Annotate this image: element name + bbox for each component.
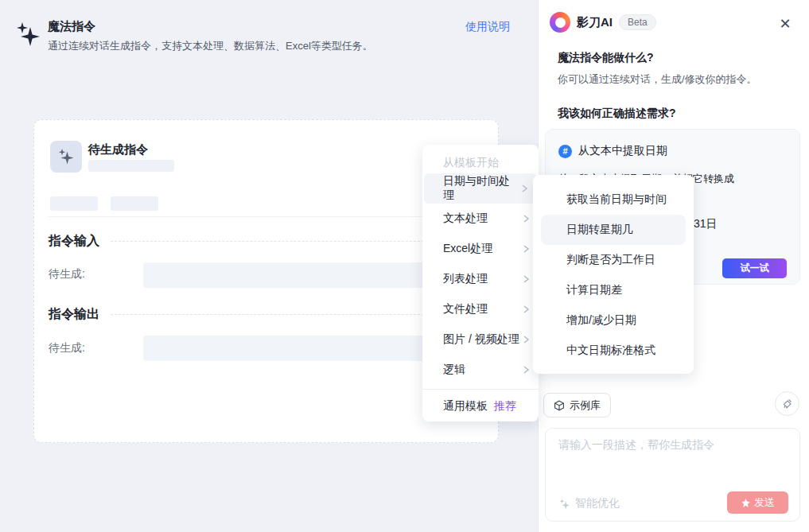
menu-item-label: Excel处理: [443, 242, 492, 256]
submenu-item-date-diff[interactable]: 计算日期差: [541, 275, 686, 305]
submenu-item-date-to-weekday[interactable]: 日期转星期几: [541, 215, 686, 245]
examples-library-label: 示例库: [570, 398, 601, 413]
send-label: 发送: [754, 495, 775, 510]
menu-item-date-time[interactable]: 日期与时间处理: [424, 173, 537, 204]
skeleton-bar: [111, 196, 158, 211]
description-input[interactable]: [552, 433, 791, 489]
chevron-right-icon: [519, 184, 529, 193]
try-it-button[interactable]: 试一试: [722, 258, 787, 278]
submenu-item-label: 日期转星期几: [566, 223, 633, 237]
input-section-header: 指令输入: [49, 233, 484, 250]
input-section-label: 指令输入: [49, 233, 99, 250]
menu-item-label: 日期与时间处理: [443, 174, 519, 203]
menu-item-label: 文件处理: [443, 302, 488, 316]
cube-icon: [554, 400, 565, 411]
output-section-label: 指令输出: [49, 306, 99, 323]
chevron-right-icon: [521, 244, 531, 254]
examples-library-button[interactable]: 示例库: [543, 393, 611, 417]
submenu-item-current-datetime[interactable]: 获取当前日期与时间: [541, 184, 686, 215]
chevron-right-icon: [521, 365, 531, 375]
sparkles-icon: [13, 19, 45, 51]
submenu-item-add-subtract-date[interactable]: 增加/减少日期: [541, 305, 686, 336]
smart-optimize-label: 智能优化: [575, 496, 620, 511]
divider: [49, 216, 484, 217]
brand-name: 影刀AI: [577, 15, 613, 30]
smart-optimize-button[interactable]: 智能优化: [558, 496, 620, 511]
page-description: 通过连续对话生成指令，支持文本处理、数据算法、Excel等类型任务。: [48, 39, 373, 53]
example-card-header: # 从文本中提取日期: [558, 144, 667, 158]
description-input-box: 智能优化 发送: [545, 428, 800, 522]
submenu-item-chinese-date-format[interactable]: 中文日期标准格式: [541, 336, 686, 366]
menu-item-label: 通用模板: [443, 399, 488, 414]
left-header: 魔法指令 通过连续对话生成指令，支持文本处理、数据算法、Excel等类型任务。 …: [0, 0, 538, 76]
clear-broom-icon[interactable]: [775, 391, 799, 416]
sparkle-icon: [558, 498, 570, 510]
menu-item-logic[interactable]: 逻辑: [422, 355, 539, 385]
skeleton-bar: [50, 196, 98, 211]
beta-badge: Beta: [619, 14, 656, 30]
brand-row: 影刀AI Beta: [550, 12, 656, 33]
submenu-item-label: 获取当前日期与时间: [566, 192, 667, 207]
menu-item-label: 逻辑: [443, 363, 465, 377]
date-time-submenu: 获取当前日期与时间 日期转星期几 判断是否为工作日 计算日期差 增加/减少日期 …: [533, 175, 694, 374]
submenu-item-is-workday[interactable]: 判断是否为工作日: [541, 245, 686, 275]
chevron-right-icon: [521, 274, 531, 284]
menu-item-list[interactable]: 列表处理: [422, 264, 539, 294]
magic-command-window: 魔法指令 通过连续对话生成指令，支持文本处理、数据算法、Excel等类型任务。 …: [0, 0, 809, 532]
menu-item-text[interactable]: 文本处理: [422, 204, 539, 234]
input-pending-label: 待生成:: [49, 267, 85, 282]
usage-help-link[interactable]: 使用说明: [465, 20, 510, 34]
menu-group-label: 从模板开始: [422, 151, 539, 173]
send-button[interactable]: 发送: [727, 491, 788, 514]
chevron-right-icon: [521, 305, 531, 314]
submenu-item-label: 计算日期差: [566, 283, 622, 297]
send-star-icon: [741, 498, 751, 508]
chevron-right-icon: [521, 335, 531, 344]
faq-question-1: 魔法指令能做什么?: [558, 51, 654, 65]
submenu-item-label: 判断是否为工作日: [566, 253, 655, 267]
menu-item-excel[interactable]: Excel处理: [422, 234, 539, 264]
menu-item-general-template[interactable]: 通用模板 推荐: [422, 390, 539, 423]
yingdao-logo-icon: [550, 12, 570, 33]
menu-item-label: 文本处理: [443, 212, 488, 226]
pending-command-title: 待生成指令: [88, 142, 148, 157]
page-title: 魔法指令: [48, 19, 95, 34]
submenu-item-label: 增加/减少日期: [566, 313, 636, 328]
output-section-header: 指令输出: [49, 306, 484, 323]
menu-item-label: 列表处理: [443, 272, 488, 286]
template-category-menu: 从模板开始 日期与时间处理 文本处理 Excel处理 列表处理 文件处理 图片 …: [422, 145, 539, 421]
output-pending-label: 待生成:: [49, 341, 85, 355]
hash-icon: #: [558, 145, 572, 158]
chevron-right-icon: [521, 214, 531, 223]
example-card-text-fragment: 31日: [694, 217, 718, 231]
example-card-title: 从文本中提取日期: [578, 144, 667, 158]
faq-answer-1: 你可以通过连续对话，生成/修改你的指令。: [558, 72, 757, 87]
skeleton-bar: [88, 160, 174, 172]
menu-item-file[interactable]: 文件处理: [422, 294, 539, 324]
close-icon[interactable]: ✕: [777, 16, 793, 32]
command-sparkle-icon: [50, 141, 82, 173]
faq-question-2: 我该如何正确描述需求?: [558, 107, 676, 121]
submenu-item-label: 中文日期标准格式: [566, 344, 655, 358]
menu-item-image-video[interactable]: 图片 / 视频处理: [422, 324, 539, 355]
menu-item-label: 图片 / 视频处理: [443, 332, 519, 347]
recommend-badge: 推荐: [494, 399, 516, 414]
